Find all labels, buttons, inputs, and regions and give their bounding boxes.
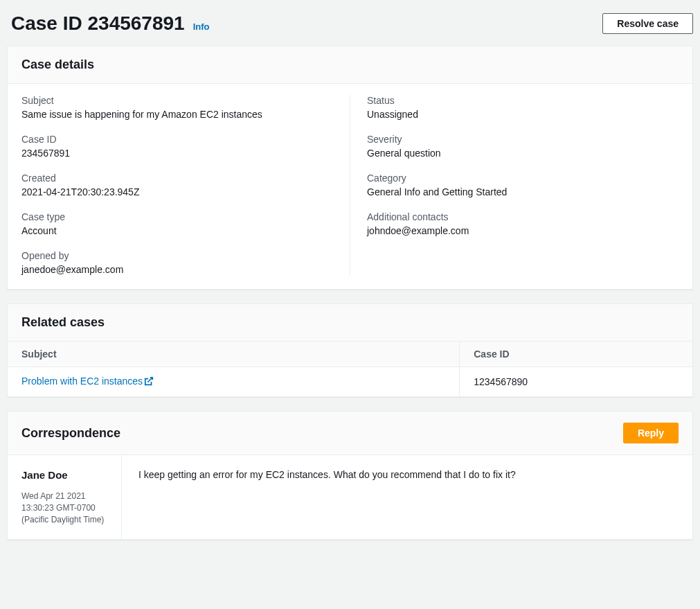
related-case-id: 1234567890 (460, 367, 692, 397)
case-details-panel: Case details Subject Same issue is happe… (7, 46, 693, 290)
value-severity: General question (367, 148, 679, 159)
value-case-id: 234567891 (21, 148, 333, 159)
label-created: Created (21, 173, 333, 184)
related-case-subject: Problem with EC2 instances (21, 376, 143, 387)
col-subject[interactable]: Subject (8, 342, 460, 367)
table-row: Problem with EC2 instances 1234567890 (8, 367, 692, 397)
correspondence-time-line3: (Pacific Daylight Time) (21, 514, 107, 526)
value-created: 2021-04-21T20:30:23.945Z (21, 186, 333, 197)
value-additional-contacts: johndoe@example.com (367, 225, 679, 236)
label-subject: Subject (21, 95, 333, 106)
label-opened-by: Opened by (21, 250, 333, 261)
value-category: General Info and Getting Started (367, 186, 679, 197)
correspondence-heading: Correspondence (21, 426, 120, 441)
reply-button[interactable]: Reply (623, 423, 679, 443)
label-status: Status (367, 95, 679, 106)
related-case-link[interactable]: Problem with EC2 instances (21, 376, 154, 387)
external-link-icon (144, 376, 154, 388)
correspondence-author: Jane Doe (21, 469, 107, 481)
value-case-type: Account (21, 225, 333, 236)
page-header: Case ID 234567891 Info Resolve case (7, 7, 693, 46)
case-details-heading: Case details (21, 58, 94, 72)
value-status: Unassigned (367, 109, 679, 120)
label-additional-contacts: Additional contacts (367, 211, 679, 222)
page-title: Case ID 234567891 (11, 12, 185, 35)
info-link[interactable]: Info (193, 21, 210, 32)
related-cases-panel: Related cases Subject Case ID Problem wi… (7, 303, 693, 397)
label-category: Category (367, 173, 679, 184)
related-cases-table: Subject Case ID Problem with EC2 instanc… (8, 342, 692, 396)
correspondence-panel: Correspondence Reply Jane Doe Wed Apr 21… (7, 411, 693, 540)
value-opened-by: janedoe@example.com (21, 264, 333, 275)
related-cases-heading: Related cases (21, 315, 105, 330)
label-severity: Severity (367, 134, 679, 145)
col-case-id[interactable]: Case ID (460, 342, 692, 367)
correspondence-message: I keep getting an error for my EC2 insta… (122, 455, 692, 539)
resolve-case-button[interactable]: Resolve case (602, 13, 693, 34)
correspondence-meta: Jane Doe Wed Apr 21 2021 13:30:23 GMT-07… (8, 455, 122, 539)
value-subject: Same issue is happening for my Amazon EC… (21, 109, 333, 120)
label-case-id: Case ID (21, 134, 333, 145)
correspondence-time-line1: Wed Apr 21 2021 (21, 491, 107, 502)
correspondence-time-line2: 13:30:23 GMT-0700 (21, 502, 107, 514)
label-case-type: Case type (21, 211, 333, 222)
